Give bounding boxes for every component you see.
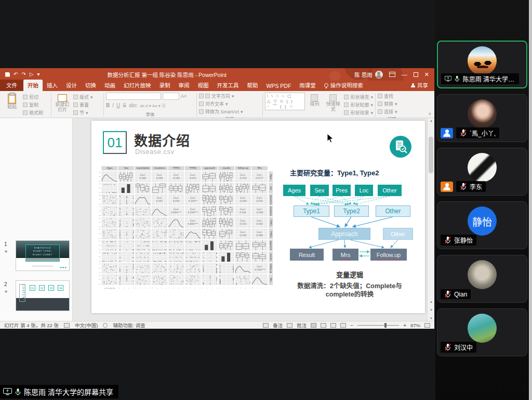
section-button[interactable]: 节 ▾ xyxy=(73,109,93,116)
ribbon-tab-录制[interactable]: 录制 xyxy=(155,80,175,91)
zoom-slider-thumb[interactable] xyxy=(384,323,387,328)
account-control[interactable]: 陈 思雨 xyxy=(354,71,382,79)
slideshow-icon[interactable]: ▷ xyxy=(30,72,34,77)
comments-toggle[interactable]: 批注 xyxy=(297,321,307,329)
diagram-box-other[interactable]: Other xyxy=(378,185,402,196)
align-text-button[interactable]: 对齐文本 ▾ xyxy=(199,100,228,107)
pairs-plot-matrix[interactable] xyxy=(97,165,274,290)
save-icon[interactable] xyxy=(5,72,10,77)
font-b-button[interactable]: B xyxy=(106,102,110,108)
diagram-box-sex[interactable]: Sex xyxy=(310,185,329,196)
tell-me-search[interactable]: 操作说明搜索 xyxy=(320,80,367,91)
data-cleaning-note[interactable]: 数据清洗：2个缺失值；Complete与complete的转换 xyxy=(284,282,416,299)
shape-fill-button[interactable]: 形状填充 ▾ xyxy=(344,94,373,100)
ribbon-tab-切换[interactable]: 切换 xyxy=(81,80,100,91)
language-status[interactable]: 中文(中国) xyxy=(75,321,98,329)
diagram-box-ages[interactable]: Ages xyxy=(283,185,305,196)
scroll-down-icon[interactable]: ▼ xyxy=(428,317,435,320)
font-name-combo[interactable] xyxy=(106,93,161,100)
normal-view-icon[interactable] xyxy=(311,323,316,328)
slide-subtitle[interactable]: Disease.csv xyxy=(135,148,175,156)
diagram-box-pres[interactable]: Pres xyxy=(332,185,351,196)
scroll-thumb[interactable] xyxy=(429,137,433,173)
diagram-box-approach[interactable]: Approach xyxy=(318,228,370,240)
replace-button[interactable]: 替换 ▾ xyxy=(378,100,397,107)
doc-search-icon[interactable] xyxy=(389,135,412,158)
slide-thumbnail-2[interactable]: CONTENTS 01020304 xyxy=(16,280,70,311)
ribbon-display-options-icon[interactable] xyxy=(389,72,395,77)
format-painter-button[interactable]: 格式刷 xyxy=(23,109,43,116)
font-abc-button[interactable]: abc xyxy=(129,102,137,108)
undo-icon[interactable]: ↶ xyxy=(14,72,18,77)
zoom-in-button[interactable]: + xyxy=(403,322,406,328)
select-button[interactable]: 选择 ▾ xyxy=(378,108,397,115)
zoom-out-button[interactable]: − xyxy=(350,322,353,328)
zoom-level[interactable]: 87% xyxy=(410,322,420,328)
slide-scrollbar[interactable]: ▲ ▲ ▼ ▼ xyxy=(427,118,434,321)
smartart-button[interactable]: 转换为 SmartArt ▾ xyxy=(199,108,243,115)
ribbon-tab-审阅[interactable]: 审阅 xyxy=(175,80,194,91)
reading-view-icon[interactable] xyxy=(330,323,336,328)
ribbon-tab-file[interactable]: 文件 xyxy=(0,80,23,91)
font-u-button[interactable]: U xyxy=(116,102,120,108)
close-button[interactable]: ✕ xyxy=(424,71,429,78)
ribbon-tab-开始[interactable]: 开始 xyxy=(23,80,43,91)
font-s-button[interactable]: S xyxy=(123,102,126,108)
text-direction-button[interactable]: 文字方向 ▾ xyxy=(199,93,234,99)
ribbon-tab-开发工具[interactable]: 开发工具 xyxy=(213,80,243,91)
diagram-box-loc[interactable]: Loc xyxy=(355,185,373,196)
slide-count-status[interactable]: 幻灯片 第 4 张，共 22 张 xyxy=(4,321,59,329)
slide-number-box[interactable]: 01 xyxy=(103,131,127,154)
zoom-slider[interactable] xyxy=(357,325,399,326)
layout-button[interactable]: 版式 ▾ xyxy=(73,94,93,100)
ribbon-tab-帮助[interactable]: 帮助 xyxy=(243,80,262,91)
next-slide-icon[interactable]: ▼ xyxy=(428,308,435,312)
share-button[interactable]: 共享 xyxy=(405,80,434,91)
diagram-box-type1[interactable]: Type1 xyxy=(294,205,329,217)
notes-toggle[interactable]: 备注 xyxy=(273,321,283,329)
ribbon-tab-插入[interactable]: 插入 xyxy=(43,80,62,91)
slide-thumbnail-1[interactable]: STATISTICS RIGHT TYPE, RIGHT CURE? ●●● xyxy=(16,240,70,271)
fit-to-window-icon[interactable] xyxy=(424,323,430,328)
redo-icon[interactable]: ↷ xyxy=(21,72,25,77)
diagram-box-result[interactable]: Result xyxy=(290,249,324,261)
font-extra-buttons[interactable]: ab︀ A ▾ Aa ▾ 🄰 xyxy=(140,102,166,108)
ribbon-tab-视图[interactable]: 视图 xyxy=(194,80,213,91)
participant-tile-6[interactable]: 刘汉中 xyxy=(437,308,527,356)
diagram-box-type2[interactable]: Type2 xyxy=(334,205,369,217)
ribbon-tab-WPS PDF[interactable]: WPS PDF xyxy=(262,81,296,91)
arrange-button[interactable]: 排列 xyxy=(307,93,322,107)
diagram-box-other[interactable]: Other xyxy=(376,205,410,217)
font-size-combo[interactable] xyxy=(163,93,179,100)
collapse-ribbon-icon[interactable]: ˄ xyxy=(429,111,431,117)
ribbon-tab-雨课堂[interactable]: 雨课堂 xyxy=(295,80,320,91)
qat-more-icon[interactable]: ▾ xyxy=(37,72,39,77)
paste-button[interactable]: 粘贴 xyxy=(3,93,21,110)
diagram-box-follow-up[interactable]: Follow.up xyxy=(370,249,407,261)
slide-sorter-view-icon[interactable] xyxy=(321,323,326,328)
prev-slide-icon[interactable]: ▲ xyxy=(428,300,435,303)
slide-title[interactable]: 数据介绍 xyxy=(134,130,190,149)
copy-button[interactable]: 复制 xyxy=(23,101,43,108)
diagram-logic-title[interactable]: 变量逻辑 xyxy=(282,269,418,279)
scroll-up-icon[interactable]: ▲ xyxy=(428,119,435,122)
participant-tile-2[interactable]: `馬_小丫, xyxy=(437,94,527,142)
diagram-box-other[interactable]: Other xyxy=(383,228,413,240)
participant-tile-1[interactable]: 陈思雨 清华大学的屏… xyxy=(437,41,527,88)
grow-font-icon[interactable]: A˄ xyxy=(181,94,187,99)
quick-styles-button[interactable]: 快速样式 xyxy=(324,93,342,112)
participant-tile-3[interactable]: 李东 xyxy=(437,148,527,196)
new-slide-button[interactable]: 新建幻灯片 xyxy=(54,93,71,113)
participant-tile-5[interactable]: Qian xyxy=(437,255,527,303)
shape-effects-button[interactable]: 形状效果 ▾ xyxy=(344,109,373,116)
ribbon-tab-幻灯片放映[interactable]: 幻灯片放映 xyxy=(119,80,155,91)
accessibility-status[interactable]: 辅助功能: 调查 xyxy=(113,321,145,329)
reset-button[interactable]: 重置 xyxy=(73,101,93,108)
slide-thumbnail-pane[interactable]: 1 ★ STATISTICS RIGHT TYPE, RIGHT CURE? ●… xyxy=(0,118,73,321)
ribbon-tab-设计[interactable]: 设计 xyxy=(62,80,81,91)
minimize-button[interactable]: — xyxy=(402,71,407,78)
cut-button[interactable]: 剪切 xyxy=(23,94,43,100)
font-i-button[interactable]: I xyxy=(112,102,114,108)
ribbon-tab-动画[interactable]: 动画 xyxy=(100,80,119,91)
participant-tile-4[interactable]: 静怡张静怡 xyxy=(437,201,527,249)
